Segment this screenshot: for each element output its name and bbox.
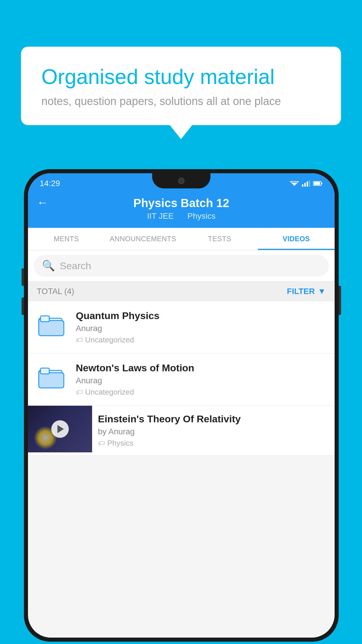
svg-rect-12 [41,368,49,374]
phone-notch [152,173,210,188]
search-bar[interactable]: 🔍 Search [34,255,329,276]
svg-rect-2 [302,184,303,187]
filter-funnel-icon: ▼ [318,287,326,296]
list-item[interactable]: Quantum Physics Anurag 🏷 Uncategorized [28,301,335,354]
svg-rect-8 [314,182,320,185]
filter-label: FILTER [287,287,315,296]
status-icons [290,180,323,187]
video-list: Quantum Physics Anurag 🏷 Uncategorized [28,301,335,456]
video-title: Einstein's Theory Of Relativity [98,413,329,425]
svg-marker-0 [291,183,297,186]
svg-rect-5 [309,180,310,187]
list-item[interactable]: Newton's Laws of Motion Anurag 🏷 Uncateg… [28,354,335,406]
svg-rect-7 [321,183,322,184]
search-icon: 🔍 [42,260,55,272]
video-title: Quantum Physics [76,310,329,321]
speech-bubble-container: Organised study material notes, question… [21,47,341,125]
phone-container: 14:29 [24,169,339,642]
svg-rect-4 [307,181,308,187]
search-placeholder: Search [60,260,91,272]
volume-down-button [22,298,24,315]
video-author: by Anurag [98,427,329,436]
svg-rect-10 [41,316,49,322]
filter-bar: TOTAL (4) FILTER ▼ [28,281,335,301]
app-header: ← Physics Batch 12 IIT JEE Physics [28,191,335,228]
back-arrow-button[interactable]: ← [37,196,48,209]
play-triangle-icon [57,425,64,433]
tab-videos[interactable]: VIDEOS [258,228,335,250]
header-course: IIT JEE [147,211,174,220]
video-author: Anurag [76,376,329,385]
phone-outer: 14:29 [24,169,339,642]
tabs-bar: MENTS ANNOUNCEMENTS TESTS VIDEOS [28,228,335,250]
folder-icon [34,362,69,391]
video-title: Newton's Laws of Motion [76,362,329,374]
bubble-subtitle: notes, question papers, solutions all at… [41,95,321,108]
tag-icon: 🏷 [76,336,83,344]
filter-button[interactable]: FILTER ▼ [287,287,326,296]
tab-ments[interactable]: MENTS [28,228,105,250]
tag-icon: 🏷 [98,439,105,447]
video-tag: 🏷 Uncategorized [76,335,329,344]
play-button[interactable] [51,420,69,438]
svg-rect-3 [304,183,306,187]
tab-tests[interactable]: TESTS [181,228,258,250]
status-time: 14:29 [40,179,60,188]
wifi-icon [290,180,299,187]
phone-screen: 14:29 [28,173,335,638]
header-subtitle: IIT JEE Physics [145,211,218,221]
video-author: Anurag [76,324,329,333]
tag-icon: 🏷 [76,388,83,396]
header-subject: Physics [187,211,215,220]
tag-label: Uncategorized [85,335,134,344]
total-count: TOTAL (4) [37,287,74,296]
video-tag: 🏷 Uncategorized [76,388,329,397]
header-title: Physics Batch 12 [133,197,229,210]
search-bar-container: 🔍 Search [28,250,335,281]
battery-icon [313,181,323,186]
video-info: Einstein's Theory Of Relativity by Anura… [92,406,335,455]
front-camera [178,178,184,184]
folder-icon [34,310,69,339]
list-item[interactable]: Einstein's Theory Of Relativity by Anura… [28,406,335,456]
power-button [339,286,341,315]
video-thumbnail [28,406,92,452]
signal-icon [302,180,310,187]
video-info: Quantum Physics Anurag 🏷 Uncategorized [76,310,329,344]
tab-announcements[interactable]: ANNOUNCEMENTS [105,228,181,250]
video-tag: 🏷 Physics [98,439,329,448]
bubble-title: Organised study material [41,64,321,89]
video-info: Newton's Laws of Motion Anurag 🏷 Uncateg… [76,362,329,397]
speech-bubble: Organised study material notes, question… [21,47,341,125]
tag-label: Uncategorized [85,388,134,397]
tag-label: Physics [107,439,133,448]
volume-up-button [22,268,24,286]
